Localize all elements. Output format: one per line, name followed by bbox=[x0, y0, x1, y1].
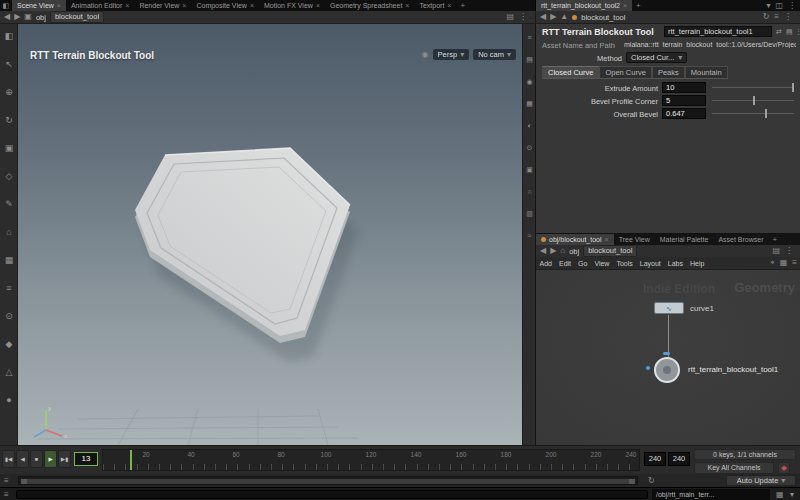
close-icon[interactable]: × bbox=[125, 2, 129, 9]
select-tool-icon[interactable]: ↖ bbox=[0, 60, 18, 69]
pane-maximize-icon[interactable]: ◫ bbox=[775, 2, 783, 10]
forward-icon[interactable]: ▶ bbox=[550, 247, 556, 255]
menu-edit[interactable]: Edit bbox=[555, 260, 574, 267]
range-start-handle[interactable] bbox=[21, 479, 27, 484]
home-icon[interactable]: ⌂ bbox=[560, 247, 565, 255]
keys-info-button[interactable]: 0 keys, 1/1 channels bbox=[694, 449, 796, 460]
add-tab-button[interactable]: + bbox=[632, 0, 645, 11]
gallery-icon[interactable]: ▤ bbox=[786, 28, 793, 36]
tab-motion-fx-view[interactable]: Motion FX View× bbox=[259, 0, 325, 11]
home-view-icon[interactable]: ⌂ bbox=[0, 228, 18, 237]
compare-icon[interactable]: ⇄ bbox=[776, 28, 782, 36]
menu-tool-icon[interactable]: ≡ bbox=[0, 284, 18, 293]
tab-peaks[interactable]: Peaks bbox=[652, 66, 685, 79]
breadcrumb-node[interactable]: blockout_tool bbox=[583, 245, 637, 257]
tab-mountain[interactable]: Mountain bbox=[685, 66, 728, 79]
current-network-path[interactable]: /obj/rtt_main_terr... bbox=[652, 489, 770, 500]
list-icon[interactable]: ≡ bbox=[774, 13, 779, 21]
breadcrumb-context[interactable]: obj bbox=[36, 13, 46, 22]
close-icon[interactable]: × bbox=[405, 2, 409, 9]
draw-tool-icon[interactable]: ✎ bbox=[0, 200, 18, 209]
global-range-slider[interactable] bbox=[18, 476, 638, 485]
menu-view[interactable]: View bbox=[591, 260, 613, 267]
play-button[interactable]: ▶ bbox=[44, 450, 57, 468]
dropdown-icon[interactable]: ▾ bbox=[766, 2, 770, 10]
breadcrumb-context[interactable]: obj bbox=[569, 247, 579, 256]
tab-material-palette[interactable]: Material Palette bbox=[655, 234, 714, 245]
network-canvas[interactable]: Indie Edition Geometry ∿ curve1 rtt_terr… bbox=[536, 270, 800, 446]
tab-animation-editor[interactable]: Animation Editor× bbox=[66, 0, 134, 11]
tab-tree-view[interactable]: Tree View bbox=[614, 234, 655, 245]
sub-range-field[interactable]: 240 bbox=[668, 452, 690, 466]
primitive-tool-icon[interactable]: ◆ bbox=[0, 340, 18, 349]
pane-options-icon[interactable]: ▤ bbox=[506, 13, 514, 21]
update-mode-dropdown[interactable]: Auto Update ▾ bbox=[726, 475, 796, 486]
forward-icon[interactable]: ▶ bbox=[550, 13, 556, 21]
menu-add[interactable]: Add bbox=[536, 260, 555, 267]
slider-handle[interactable] bbox=[792, 83, 794, 92]
tab-open-curve[interactable]: Open Curve bbox=[599, 66, 651, 79]
tab-composite-view[interactable]: Composite View× bbox=[191, 0, 259, 11]
point-snap-icon[interactable]: ⊙ bbox=[0, 312, 18, 321]
terrain-blockout-mesh[interactable] bbox=[135, 148, 359, 362]
tab-param-pane[interactable]: rtt_terrain_blockout_tool2× bbox=[536, 0, 632, 11]
back-icon[interactable]: ◀ bbox=[4, 13, 10, 21]
set-key-button[interactable]: ◆ bbox=[778, 462, 790, 474]
param-slider-overall-bevel[interactable] bbox=[712, 108, 794, 119]
grid-icon[interactable]: ▦ bbox=[776, 491, 784, 499]
breadcrumb-node[interactable]: blockout_tool bbox=[50, 11, 104, 23]
play-reverse-button[interactable]: ◀ bbox=[16, 450, 29, 468]
display-tool-icon[interactable]: ● bbox=[0, 396, 18, 405]
back-icon[interactable]: ◀ bbox=[540, 247, 546, 255]
viewport-canvas[interactable]: y x bbox=[18, 24, 522, 445]
tab-network-editor[interactable]: obj/blockout_tool× bbox=[536, 234, 614, 245]
pane-split-icon[interactable]: ◧ bbox=[0, 0, 12, 11]
grid-snap-icon[interactable]: ▦ bbox=[0, 256, 18, 265]
kebab-menu-icon[interactable]: ⋮ bbox=[519, 13, 527, 21]
refresh-icon[interactable]: ↻ bbox=[763, 13, 770, 21]
scale-tool-icon[interactable]: ▣ bbox=[0, 144, 18, 153]
current-node-name[interactable]: blockout_tool bbox=[581, 13, 625, 22]
add-tab-button[interactable]: + bbox=[456, 0, 469, 11]
rotate-tool-icon[interactable]: ↻ bbox=[0, 116, 18, 125]
handles-tool-icon[interactable]: ◇ bbox=[0, 172, 18, 181]
persp-view-button[interactable]: Persp▾ bbox=[433, 49, 470, 60]
tab-textport[interactable]: Textport× bbox=[414, 0, 456, 11]
end-frame-field[interactable]: 240 bbox=[644, 452, 666, 466]
back-icon[interactable]: ◀ bbox=[540, 13, 546, 21]
layout-tool-icon[interactable]: ◧ bbox=[0, 32, 18, 41]
go-to-start-button[interactable]: ▮◀ bbox=[2, 450, 15, 468]
grid-icon[interactable]: ▦ bbox=[780, 259, 788, 267]
slider-handle[interactable] bbox=[765, 109, 767, 118]
param-slider-bevel-profile-corner[interactable] bbox=[712, 95, 794, 106]
range-end-handle[interactable] bbox=[629, 479, 635, 484]
kebab-menu-icon[interactable]: ⋮ bbox=[784, 13, 792, 21]
add-tab-button[interactable]: + bbox=[769, 234, 782, 245]
stop-button[interactable]: ■ bbox=[30, 450, 43, 468]
node-name-field[interactable]: rtt_terrain_blockout_tool1 bbox=[664, 26, 772, 37]
param-field-bevel-profile-corner[interactable]: 5 bbox=[662, 95, 706, 106]
close-icon[interactable]: × bbox=[605, 236, 609, 243]
current-frame-field[interactable]: 13 bbox=[74, 452, 98, 466]
node-input-connector[interactable] bbox=[663, 352, 670, 355]
list-icon[interactable]: ≡ bbox=[792, 259, 797, 267]
tab-scene-view[interactable]: Scene View× bbox=[12, 0, 66, 11]
locate-icon[interactable]: ⌖ bbox=[770, 259, 775, 267]
param-slider-extrude-amount[interactable] bbox=[712, 82, 794, 93]
tab-asset-browser[interactable]: Asset Browser bbox=[713, 234, 768, 245]
menu-labs[interactable]: Labs bbox=[664, 260, 686, 267]
menu-tools[interactable]: Tools bbox=[613, 260, 636, 267]
lock-icon[interactable]: ◉ bbox=[422, 51, 429, 59]
menu-layout[interactable]: Layout bbox=[636, 260, 664, 267]
close-icon[interactable]: × bbox=[316, 2, 320, 9]
kebab-menu-icon[interactable]: ⋮ bbox=[788, 2, 796, 10]
menu-help[interactable]: Help bbox=[686, 260, 707, 267]
close-icon[interactable]: × bbox=[623, 2, 627, 9]
kebab-menu-icon[interactable]: ⋮ bbox=[785, 247, 793, 255]
node-rtt-terrain-blockout-tool1[interactable] bbox=[654, 357, 680, 383]
playbar-menu-icon[interactable]: ≡ bbox=[4, 477, 9, 485]
chevron-down-icon[interactable]: ▾ bbox=[790, 491, 794, 499]
status-menu-icon[interactable]: ≡ bbox=[4, 491, 9, 499]
realtime-toggle-icon[interactable]: ↻ bbox=[648, 477, 655, 485]
param-field-extrude-amount[interactable]: 10 bbox=[662, 82, 706, 93]
